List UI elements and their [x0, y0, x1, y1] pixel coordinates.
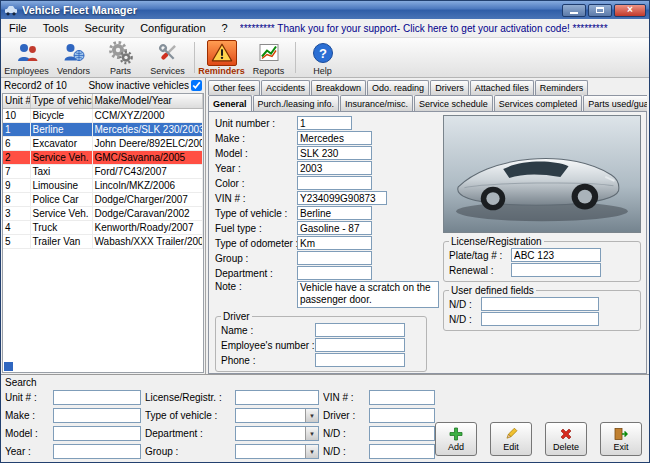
cell-mmy: John Deere/892ELC/2001 — [92, 136, 203, 150]
group-input[interactable] — [297, 251, 372, 265]
note-textarea[interactable]: Vehicle have a scratch on the passenger … — [297, 281, 439, 308]
search-nd2-input[interactable] — [369, 444, 435, 459]
driver-employee-number-input[interactable] — [315, 338, 405, 352]
search-make-input[interactable] — [53, 408, 141, 423]
renewal-input[interactable] — [511, 263, 601, 277]
tab-insurance-misc[interactable]: Insurance/misc. — [340, 95, 413, 111]
cell-unit: 6 — [3, 136, 30, 150]
delete-button[interactable]: Delete — [545, 422, 587, 456]
minimize-button[interactable] — [562, 4, 586, 17]
toolbar-help[interactable]: ? Help — [299, 39, 346, 76]
edit-button[interactable]: Edit — [490, 422, 532, 456]
toolbar-parts[interactable]: Parts — [97, 39, 144, 76]
tab-drivers[interactable]: Drivers — [430, 80, 469, 95]
tab-accidents[interactable]: Accidents — [261, 80, 310, 95]
tab-other-fees[interactable]: Other fees — [208, 80, 260, 95]
search-license-input[interactable] — [235, 390, 319, 405]
color-input[interactable] — [297, 176, 372, 190]
field-label: Renewal : — [449, 265, 511, 276]
close-button[interactable]: × — [614, 4, 646, 17]
minimize-icon — [570, 12, 578, 14]
tab-parts-used[interactable]: Parts used/guaranteed — [583, 95, 647, 111]
user-defined-fields-groupbox: User defined fields N/D : N/D : — [443, 285, 641, 331]
menu-tools[interactable]: Tools — [35, 20, 77, 36]
reports-icon — [257, 41, 281, 65]
tab-purch-leasing[interactable]: Purch./leasing info. — [253, 95, 340, 111]
type-of-odometer-input[interactable] — [297, 236, 372, 250]
type-of-vehicle-input[interactable] — [297, 206, 372, 220]
search-department-select[interactable]: ▼ — [235, 426, 319, 441]
menu-help[interactable]: ? — [214, 20, 236, 36]
driver-groupbox-title: Driver — [221, 311, 252, 322]
add-button[interactable]: Add — [435, 422, 477, 456]
col-header-type[interactable]: Type of vehicle — [30, 94, 92, 108]
toolbar-vendors[interactable]: Vendors — [50, 39, 97, 76]
user-field-2-input[interactable] — [481, 312, 599, 326]
search-driver-label: Driver : — [323, 410, 365, 421]
table-row[interactable]: 7TaxiFord/7C43/2007 — [3, 164, 203, 178]
toolbar-reminders[interactable]: Reminders — [198, 39, 245, 76]
department-input[interactable] — [297, 266, 372, 280]
vin-input[interactable] — [297, 191, 387, 205]
table-row[interactable]: 4TruckKenworth/Roady/2007 — [3, 220, 203, 234]
tab-general[interactable]: General — [208, 95, 252, 111]
model-input[interactable] — [297, 146, 372, 160]
exit-button[interactable]: Exit — [600, 422, 642, 456]
field-label: Plate/tag # : — [449, 250, 511, 261]
table-row-selected[interactable]: 1BerlineMercedes/SLK 230/2003 — [3, 122, 203, 136]
col-header-unit[interactable]: Unit # — [3, 94, 30, 108]
tab-service-schedule[interactable]: Service schedule — [414, 95, 493, 111]
year-input[interactable] — [297, 161, 372, 175]
table-row[interactable]: 5Trailer VanWabash/XXX Trailer/2008 — [3, 234, 203, 248]
cell-unit: 10 — [3, 108, 30, 122]
user-field-1-input[interactable] — [481, 297, 599, 311]
vendors-icon — [62, 41, 86, 65]
search-vin-input[interactable] — [369, 390, 435, 405]
search-nd1-input[interactable] — [369, 426, 435, 441]
cell-unit: 7 — [3, 164, 30, 178]
maximize-button[interactable] — [588, 4, 612, 17]
toolbar-reports[interactable]: Reports — [245, 39, 292, 76]
driver-phone-input[interactable] — [315, 353, 405, 367]
menu-security[interactable]: Security — [76, 20, 132, 36]
tab-odo-reading[interactable]: Odo. reading — [367, 80, 429, 95]
driver-name-input[interactable] — [315, 323, 405, 337]
table-row[interactable]: 3Service Veh.Dodge/Caravan/2002 — [3, 206, 203, 220]
col-header-mmy[interactable]: Make/Model/Year — [92, 94, 203, 108]
plate-tag-input[interactable] — [511, 248, 601, 262]
search-type-select[interactable]: ▼ — [235, 408, 319, 423]
search-year-input[interactable] — [53, 444, 141, 459]
table-row[interactable]: 8Police CarDodge/Charger/2007 — [3, 192, 203, 206]
toolbar-services[interactable]: Services — [144, 39, 191, 76]
show-inactive-checkbox[interactable] — [191, 80, 202, 91]
user-defined-fields-title: User defined fields — [449, 285, 536, 296]
search-group-select[interactable]: ▼ — [235, 444, 319, 459]
tab-attached-files[interactable]: Attached files — [470, 80, 534, 95]
cell-mmy: Kenworth/Roady/2007 — [92, 220, 203, 234]
field-label: Department : — [215, 268, 297, 279]
menu-file[interactable]: File — [1, 20, 35, 36]
menu-configuration[interactable]: Configuration — [132, 20, 213, 36]
tab-breakdown[interactable]: Breakdown — [311, 80, 366, 95]
search-model-label: Model : — [5, 428, 49, 439]
toolbar-employees[interactable]: Employees — [3, 39, 50, 76]
table-row[interactable]: 9LimousineLincoln/MKZ/2006 — [3, 178, 203, 192]
tab-services-completed[interactable]: Services completed — [494, 95, 583, 111]
field-label: Color : — [215, 178, 297, 189]
field-label: Model : — [215, 148, 297, 159]
search-model-input[interactable] — [53, 426, 141, 441]
table-row[interactable]: 6ExcavatorJohn Deere/892ELC/2001 — [3, 136, 203, 150]
unit-number-input[interactable] — [297, 116, 352, 130]
employees-icon — [15, 41, 39, 65]
tab-reminders[interactable]: Reminders — [535, 80, 589, 95]
search-driver-input[interactable] — [369, 408, 435, 423]
activation-banner-link[interactable]: ********* Thank you for your support- Cl… — [240, 23, 608, 34]
exit-door-icon — [614, 427, 628, 441]
make-input[interactable] — [297, 131, 372, 145]
table-row[interactable]: 10BicycleCCM/XYZ/2000 — [3, 108, 203, 122]
search-vin-label: VIN # : — [323, 392, 365, 403]
search-unit-input[interactable] — [53, 390, 141, 405]
fuel-type-input[interactable] — [297, 221, 372, 235]
table-row-alert[interactable]: 2Service Veh.GMC/Savanna/2005 — [3, 150, 203, 164]
cell-unit: 5 — [3, 234, 30, 248]
